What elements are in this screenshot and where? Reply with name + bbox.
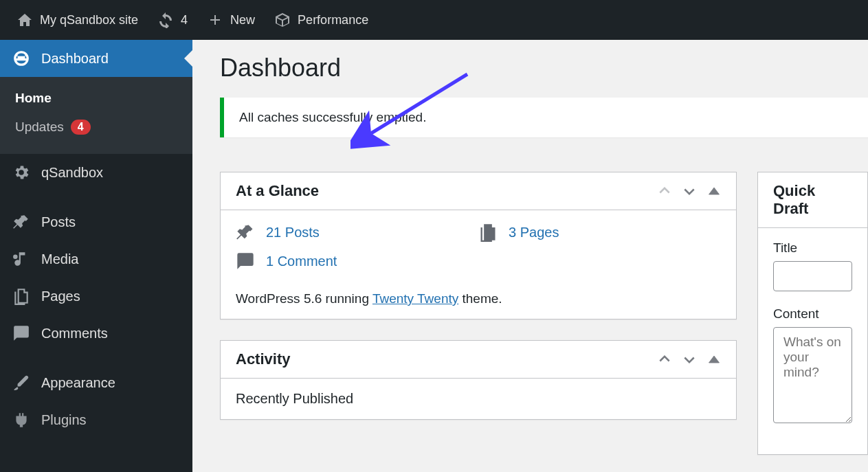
sidebar-plugins-label: Plugins (41, 412, 87, 428)
comment-icon (12, 324, 32, 342)
toolbar-updates-count: 4 (181, 13, 188, 27)
sidebar-pages-label: Pages (41, 289, 80, 304)
quick-draft-body: Title Content (758, 228, 867, 454)
sidebar-qsandbox-label: qSandbox (41, 165, 103, 181)
sidebar-submenu-dashboard: Home Updates 4 (0, 77, 192, 154)
sidebar-item-qsandbox[interactable]: qSandbox (0, 154, 192, 191)
toolbar-performance[interactable]: Performance (265, 0, 378, 40)
move-down-icon[interactable] (682, 352, 696, 366)
media-icon (12, 250, 32, 268)
sidebar-comments-label: Comments (41, 326, 108, 341)
glance-posts: 21 Posts (236, 223, 478, 242)
pin-icon (12, 213, 32, 231)
activity-actions (658, 352, 721, 366)
page-title: Dashboard (220, 54, 868, 82)
at-a-glance-body: 21 Posts 3 Pages 1 Comment (221, 210, 736, 319)
brush-icon (12, 374, 32, 392)
toolbar-site-name: My qSandbox site (40, 13, 138, 27)
dashboard-icon (12, 49, 32, 67)
plus-icon (207, 12, 223, 28)
activity-recently-published: Recently Published (236, 391, 721, 407)
home-icon (16, 12, 33, 28)
at-a-glance-actions (658, 184, 721, 198)
move-down-icon[interactable] (682, 184, 696, 198)
move-up-icon[interactable] (658, 352, 671, 366)
at-a-glance-header: At a Glance (221, 172, 736, 210)
quick-draft-header: Quick Draft (758, 172, 867, 228)
move-up-icon[interactable] (658, 184, 671, 198)
sidebar-item-comments[interactable]: Comments (0, 315, 192, 352)
glance-theme-link[interactable]: Twenty Twenty (372, 291, 458, 306)
toolbar-updates[interactable]: 4 (148, 0, 197, 40)
quick-draft-title-label: Title (773, 240, 852, 256)
glance-comments: 1 Comment (236, 251, 478, 271)
plugin-icon (12, 411, 32, 429)
comment-icon (236, 251, 255, 271)
activity-header: Activity (221, 341, 736, 379)
pages-icon (12, 287, 32, 305)
activity-box: Activity Recently Published (220, 340, 737, 420)
updates-badge: 4 (71, 120, 91, 135)
sidebar-item-dashboard[interactable]: Dashboard (0, 40, 192, 77)
toolbar-new-label: New (230, 13, 255, 27)
notice-text: All caches successfully emptied. (239, 110, 426, 124)
sidebar-item-media[interactable]: Media (0, 240, 192, 278)
sidebar-appearance-label: Appearance (41, 375, 115, 391)
glance-footer: WordPress 5.6 running Twenty Twenty them… (236, 291, 721, 306)
toggle-icon[interactable] (707, 352, 721, 366)
glance-pages-link[interactable]: 3 Pages (509, 225, 559, 240)
admin-toolbar: My qSandbox site 4 New Performance (0, 0, 868, 40)
toggle-icon[interactable] (707, 184, 721, 198)
quick-draft-content-textarea[interactable] (773, 327, 852, 423)
sidebar-posts-label: Posts (41, 214, 76, 230)
sidebar-item-appearance[interactable]: Appearance (0, 364, 192, 401)
glance-comments-link[interactable]: 1 Comment (266, 254, 337, 269)
box-icon (274, 12, 291, 28)
quick-draft-box: Quick Draft Title Content (757, 172, 868, 455)
at-a-glance-title: At a Glance (236, 182, 319, 200)
toolbar-performance-label: Performance (298, 13, 368, 27)
pages-icon (478, 223, 498, 242)
content-area: Dashboard All caches successfully emptie… (192, 40, 868, 472)
gear-icon (12, 164, 32, 181)
glance-posts-link[interactable]: 21 Posts (266, 225, 320, 240)
quick-draft-title: Quick Draft (773, 182, 852, 218)
activity-body: Recently Published (221, 379, 736, 419)
sidebar-item-posts[interactable]: Posts (0, 203, 192, 240)
sidebar-sub-updates[interactable]: Updates 4 (0, 113, 192, 142)
success-notice: All caches successfully emptied. (220, 98, 868, 137)
refresh-icon (157, 12, 174, 28)
sidebar-media-label: Media (41, 251, 78, 267)
sidebar-sub-home[interactable]: Home (0, 84, 192, 113)
quick-draft-content-label: Content (773, 306, 852, 322)
toolbar-site[interactable]: My qSandbox site (7, 0, 148, 40)
quick-draft-title-input[interactable] (773, 261, 852, 291)
sidebar-dashboard-label: Dashboard (41, 51, 109, 67)
at-a-glance-box: At a Glance 21 Posts (220, 172, 737, 319)
activity-title: Activity (236, 350, 290, 368)
sidebar-item-plugins[interactable]: Plugins (0, 401, 192, 438)
sidebar-item-pages[interactable]: Pages (0, 278, 192, 315)
admin-sidebar: Dashboard Home Updates 4 qSandbox Posts … (0, 40, 192, 472)
glance-pages: 3 Pages (478, 223, 721, 242)
toolbar-new[interactable]: New (197, 0, 265, 40)
pin-icon (236, 223, 255, 242)
